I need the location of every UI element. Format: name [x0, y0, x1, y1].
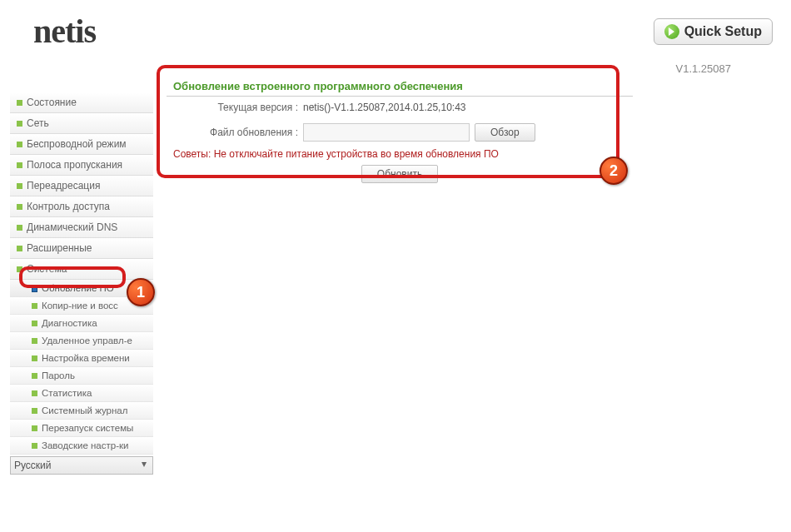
sidebar-item-wireless[interactable]: Беспроводной режим — [10, 134, 153, 155]
sidebar-item-advanced[interactable]: Расширенные — [10, 238, 153, 259]
sidebar-item-bandwidth[interactable]: Полоса пропускания — [10, 155, 153, 176]
sidebar-sub-time[interactable]: Настройка времени — [10, 350, 153, 367]
bullet-icon — [17, 100, 22, 106]
sidebar-sub-backup[interactable]: Копир-ние и восс — [10, 297, 153, 315]
sidebar-item-label: Заводские настр-ки — [42, 440, 128, 450]
sidebar-sub-remote[interactable]: Удаленное управл-е — [10, 332, 153, 350]
sidebar-item-label: Диагностика — [42, 318, 97, 328]
sidebar-item-label: Копир-ние и восс — [42, 301, 118, 311]
sidebar-item-network[interactable]: Сеть — [10, 113, 153, 134]
sidebar: Состояние Сеть Беспроводной режим Полоса… — [10, 92, 153, 475]
bullet-icon — [32, 338, 37, 344]
bullet-icon — [32, 285, 37, 292]
play-icon — [664, 24, 679, 39]
bullet-icon — [32, 373, 37, 379]
sidebar-item-label: Сеть — [27, 117, 49, 129]
sidebar-item-label: Расширенные — [27, 242, 92, 254]
sidebar-item-label: Беспроводной режим — [27, 138, 127, 150]
language-select[interactable]: Русский — [10, 456, 153, 475]
sidebar-sub-factory[interactable]: Заводские настр-ки — [10, 437, 153, 455]
bullet-icon — [32, 443, 37, 449]
firmware-panel: Обновление встроенного программного обес… — [167, 75, 633, 532]
bullet-icon — [17, 225, 22, 231]
sidebar-item-label: Переадресация — [27, 180, 100, 191]
row-current-version: Текущая версия : netis()-V1.1.25087,2014… — [167, 97, 633, 118]
bullet-icon — [32, 390, 37, 396]
bullet-icon — [17, 121, 22, 127]
sidebar-item-label: Настройка времени — [42, 353, 130, 363]
sidebar-item-forwarding[interactable]: Переадресация — [10, 176, 153, 196]
file-input[interactable] — [303, 123, 470, 142]
bullet-icon — [32, 355, 37, 361]
bullet-icon — [17, 162, 22, 168]
sidebar-item-system[interactable]: Система — [10, 259, 153, 280]
current-version-value: netis()-V1.1.25087,2014.01.25,10:43 — [303, 102, 465, 113]
bullet-icon — [17, 266, 22, 272]
bullet-icon — [32, 408, 37, 414]
bullet-icon — [32, 303, 37, 309]
sidebar-item-label: Состояние — [27, 97, 77, 108]
logo: netis — [33, 12, 99, 51]
sidebar-sub-firmware-update[interactable]: Обновление ПО — [10, 280, 153, 297]
quick-setup-button[interactable]: Quick Setup — [654, 18, 773, 45]
hint-text: Советы: Не отключайте питание устройства… — [167, 147, 633, 165]
sidebar-item-label: Полоса пропускания — [27, 159, 122, 171]
bullet-icon — [17, 183, 22, 189]
version-label: V1.1.25087 — [167, 62, 781, 75]
sidebar-sub-statistics[interactable]: Статистика — [10, 385, 153, 402]
bullet-icon — [32, 425, 37, 431]
sidebar-sub-password[interactable]: Пароль — [10, 367, 153, 385]
sidebar-item-label: Контроль доступа — [27, 201, 110, 212]
sidebar-item-ddns[interactable]: Динамический DNS — [10, 217, 153, 238]
quick-setup-label: Quick Setup — [684, 24, 762, 39]
row-file: Файл обновления : Обзор — [167, 118, 633, 147]
bullet-icon — [17, 246, 22, 251]
sidebar-item-access-control[interactable]: Контроль доступа — [10, 196, 153, 217]
sidebar-item-label: Статистика — [42, 388, 92, 398]
sidebar-item-label: Обновление ПО — [42, 283, 114, 293]
sidebar-item-label: Системный журнал — [42, 405, 127, 415]
sidebar-sub-diagnostics[interactable]: Диагностика — [10, 315, 153, 332]
browse-button[interactable]: Обзор — [475, 123, 535, 142]
sidebar-item-label: Удаленное управл-е — [42, 336, 132, 346]
bullet-icon — [17, 204, 22, 210]
sidebar-item-label: Динамический DNS — [27, 221, 117, 233]
sidebar-item-label: Пароль — [42, 370, 75, 380]
header: netis Quick Setup — [10, 8, 781, 57]
sidebar-item-status[interactable]: Состояние — [10, 92, 153, 113]
current-version-label: Текущая версия : — [173, 102, 298, 113]
sidebar-sub-syslog[interactable]: Системный журнал — [10, 402, 153, 420]
bullet-icon — [32, 321, 37, 326]
sidebar-sub-reboot[interactable]: Перезапуск системы — [10, 420, 153, 437]
section-title: Обновление встроенного программного обес… — [167, 75, 633, 97]
sidebar-item-label: Система — [27, 263, 67, 275]
sidebar-item-label: Перезапуск системы — [42, 423, 133, 433]
bullet-icon — [17, 142, 22, 147]
file-label: Файл обновления : — [173, 127, 298, 138]
update-button[interactable]: Обновить — [361, 165, 438, 183]
content: V1.1.25087 Обновление встроенного програ… — [153, 57, 781, 532]
